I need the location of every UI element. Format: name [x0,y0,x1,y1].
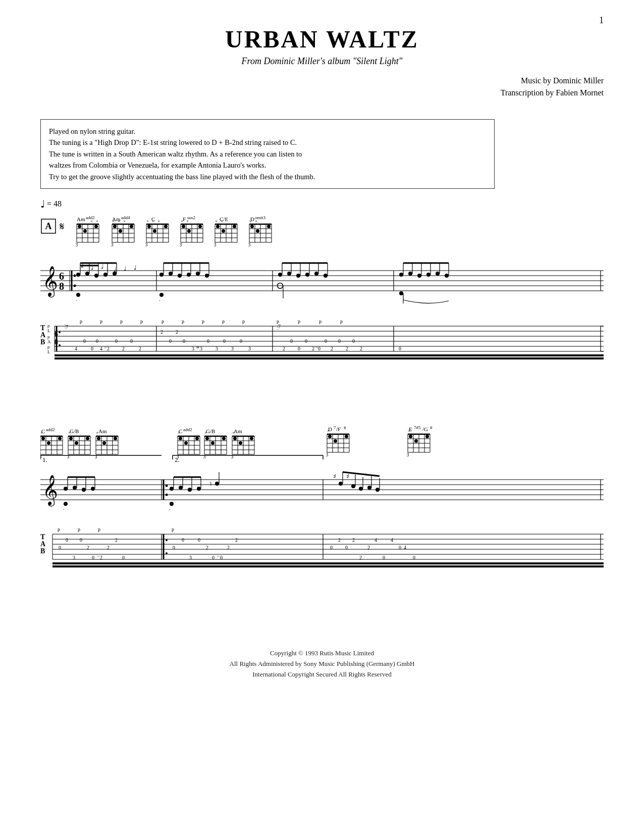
svg-text:0: 0 [220,555,223,560]
svg-point-313 [86,437,89,440]
svg-text:L: L [47,349,50,354]
svg-point-71 [187,229,191,233]
svg-text:3: 3 [95,454,97,459]
svg-point-162 [287,272,291,276]
svg-text:×: × [157,219,160,224]
score-system-2: 1. 2. C add2 × 3 G/B [40,419,604,631]
svg-text:p: p [98,527,100,532]
svg-text:0: 0 [92,555,94,560]
svg-text:>: > [104,345,106,350]
svg-text:0: 0 [198,537,200,543]
svg-text:×: × [96,219,98,224]
svg-text:Am: Am [77,216,85,222]
svg-point-210 [59,344,61,346]
svg-text:2: 2 [176,329,178,335]
svg-text:~: ~ [217,554,220,559]
svg-point-166 [305,273,309,277]
note-line-3: The tune is written in a South American … [49,148,486,160]
svg-text:2: 2 [122,346,125,351]
svg-point-70 [182,225,185,228]
svg-point-87 [216,225,220,228]
svg-text:2: 2 [100,555,102,560]
svg-text:0: 0 [115,338,118,344]
tempo-note-symbol: ♩ [40,198,45,210]
svg-text:×: × [90,219,93,224]
svg-point-145 [169,272,173,276]
svg-text:7: 7 [66,324,68,330]
svg-text:4: 4 [100,346,102,351]
performance-notes: Played on nylon string guitar. The tunin… [40,119,495,189]
svg-text:0: 0 [318,346,320,351]
svg-point-297 [58,437,62,440]
svg-text:3: 3 [200,346,202,351]
svg-text:0: 0 [212,555,214,560]
svg-text:p: p [47,334,50,339]
svg-text:A: A [45,221,52,231]
svg-text:×: × [40,430,43,435]
svg-text:p: p [162,319,164,324]
svg-point-446 [197,487,201,491]
svg-text:0: 0 [83,338,86,344]
page: 1 URBAN WALTZ From Dominic Miller's albu… [0,0,644,833]
svg-point-153 [205,274,209,278]
svg-text:2: 2 [87,545,89,550]
svg-text:3: 3 [214,242,217,247]
svg-text:×: × [327,428,330,433]
note-line-4: waltzes from Colombia or Venezuela, for … [49,160,486,171]
svg-text:0: 0 [345,545,348,550]
svg-point-415 [414,439,418,443]
svg-point-344 [179,437,182,440]
subtitle: From Dominic Miller's album "Silent Ligh… [40,56,604,67]
svg-text:0: 0 [330,545,333,550]
svg-point-133 [94,274,98,278]
svg-point-377 [239,441,242,445]
svg-point-149 [187,273,191,277]
svg-text:p: p [80,319,82,324]
music-system-2: 1. 2. C add2 × 3 G/B [40,419,604,633]
svg-point-414 [409,435,412,438]
svg-text:×: × [178,430,180,435]
svg-text:/F: /F [336,426,341,432]
svg-point-442 [179,486,183,490]
svg-text:×: × [232,430,235,435]
svg-point-131 [85,272,89,276]
svg-text:3: 3 [216,346,218,351]
svg-text:B: B [40,547,45,555]
svg-point-295 [41,437,45,440]
svg-point-461 [359,487,363,491]
svg-text:Am: Am [234,428,242,434]
svg-point-107 [267,225,271,228]
svg-point-53 [164,225,168,228]
svg-text:3: 3 [67,454,70,459]
svg-text:p: p [120,319,123,324]
svg-text:p: p [319,319,321,324]
svg-text:2: 2 [206,545,208,550]
svg-text:𝄞: 𝄞 [42,475,58,507]
svg-text:4: 4 [75,346,77,351]
svg-text:×: × [123,219,126,224]
svg-text:×: × [118,219,120,224]
svg-text:p: p [140,319,143,324]
note-line-1: Played on nylon string guitar. [49,126,486,137]
svg-point-397 [345,435,348,438]
svg-text:p: p [47,344,50,349]
svg-text:3: 3 [326,452,329,457]
svg-text:p: p [78,527,80,532]
svg-text:2: 2 [235,537,238,543]
svg-text:0: 0 [413,555,415,560]
svg-point-129 [76,273,80,277]
svg-text:♩: ♩ [124,265,127,272]
svg-text:0: 0 [223,338,226,344]
svg-point-329 [114,437,117,440]
svg-text:p: p [298,319,300,324]
svg-text:p: p [222,319,225,324]
svg-text:6: 6 [55,330,58,338]
svg-point-440 [170,487,174,491]
svg-text:×: × [186,219,189,224]
svg-text:/G: /G [422,426,428,432]
svg-text:×: × [96,430,98,435]
svg-point-456 [339,482,343,486]
svg-text:0: 0 [130,338,133,344]
svg-text:2: 2 [360,346,362,351]
footer-line1: Copyright © 1993 Rutis Music Limited [40,648,604,659]
